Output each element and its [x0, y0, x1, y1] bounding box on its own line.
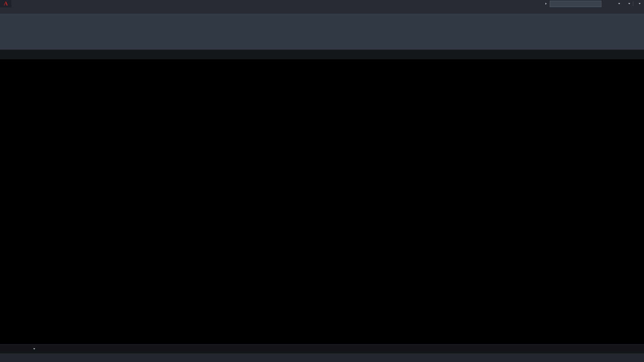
viewport-canvas[interactable] [0, 59, 644, 344]
drawing-viewport[interactable] [0, 59, 644, 344]
recent-commands-caret-icon[interactable] [33, 348, 35, 350]
command-close-icon[interactable] [10, 346, 16, 352]
ribbon-tab-bar [0, 7, 644, 14]
command-prompt-button[interactable] [26, 346, 35, 352]
status-bar [0, 353, 644, 362]
command-line-bar [0, 344, 644, 353]
customize-wrench-icon[interactable] [18, 346, 24, 352]
help-search-box [550, 1, 601, 7]
search-expand-icon[interactable] [545, 3, 547, 5]
search-input[interactable] [550, 2, 601, 6]
title-bar: A [0, 0, 644, 7]
file-tab-bar [0, 50, 644, 59]
titlebar-right-cluster [545, 1, 644, 7]
autocad-app-icon[interactable]: A [0, 0, 11, 7]
sign-in-caret-icon[interactable] [618, 3, 620, 4]
apps-caret-icon[interactable] [628, 3, 630, 4]
command-prompt-icon [26, 346, 32, 352]
titlebar-divider [633, 1, 633, 6]
help-caret-icon[interactable] [639, 3, 641, 4]
ribbon [0, 14, 644, 50]
command-input[interactable] [38, 346, 642, 352]
command-grip-icon[interactable] [2, 346, 8, 352]
